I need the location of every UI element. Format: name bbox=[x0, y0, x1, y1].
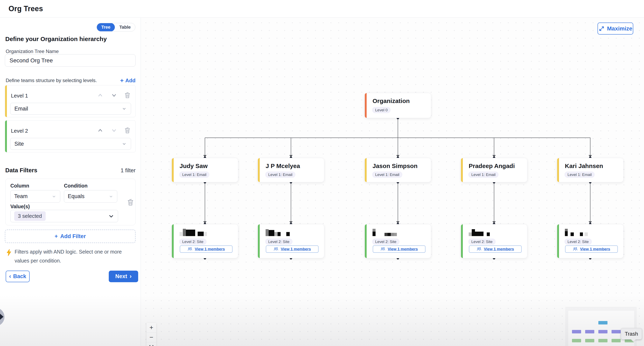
members-icon bbox=[573, 247, 578, 251]
move-up-icon[interactable] bbox=[96, 127, 104, 134]
column-label: Column bbox=[10, 183, 29, 189]
minimap-level2-node bbox=[598, 339, 608, 342]
plus-icon: + bbox=[120, 77, 124, 84]
zoom-out-button[interactable]: − bbox=[146, 332, 156, 342]
edge-drop bbox=[494, 138, 494, 155]
minimap[interactable] bbox=[566, 307, 636, 346]
chevron-down-icon bbox=[122, 106, 127, 111]
node-title: Organization bbox=[372, 98, 410, 104]
level2-node[interactable]: Level 2: Site View 1 members bbox=[364, 224, 431, 258]
lightning-icon bbox=[6, 249, 12, 256]
node-title: Kari Jahnsen bbox=[565, 162, 603, 169]
edge-mid bbox=[291, 182, 291, 221]
level1-node[interactable]: J P Mcelyea Level 1: Email bbox=[258, 158, 324, 182]
values-select[interactable]: 3 selected bbox=[10, 210, 118, 222]
node-title: Jason Simpson bbox=[372, 162, 418, 169]
org-root-node[interactable]: Organization Level 0 bbox=[364, 93, 431, 118]
trash-icon[interactable] bbox=[127, 198, 134, 206]
page-title: Org Trees bbox=[8, 5, 43, 13]
next-button[interactable]: Next › bbox=[109, 271, 138, 282]
toggle-table[interactable]: Table bbox=[115, 23, 135, 32]
add-level-button[interactable]: + Add bbox=[120, 77, 136, 84]
level2-node[interactable]: Level 2: Site View 1 members bbox=[258, 224, 324, 258]
zoom-in-button[interactable]: + bbox=[146, 323, 156, 332]
node-accent bbox=[365, 93, 367, 118]
values-label: Value(s) bbox=[10, 204, 30, 210]
level1-node[interactable]: Pradeep Angadi Level 1: Email bbox=[461, 158, 527, 182]
level-badge: Level 1: Email bbox=[179, 171, 210, 178]
trash-icon[interactable] bbox=[124, 127, 131, 134]
node-title: Pradeep Angadi bbox=[469, 162, 515, 169]
canvas-zoom-controls: + − bbox=[146, 323, 156, 346]
move-down-icon[interactable] bbox=[110, 127, 118, 134]
view-members-button[interactable]: View 1 members bbox=[469, 245, 522, 253]
filter-card: Column Condition Team Equals Value(s) 3 … bbox=[5, 179, 136, 225]
chevron-down-icon bbox=[52, 194, 56, 199]
add-filter-button[interactable]: + Add Filter bbox=[5, 230, 136, 243]
minimap-level1-node bbox=[572, 330, 581, 333]
minimap-root-node bbox=[598, 321, 608, 324]
view-members-button[interactable]: View 1 members bbox=[180, 245, 232, 253]
chevron-down-icon bbox=[108, 213, 114, 219]
condition-select[interactable]: Equals bbox=[64, 190, 117, 203]
minimap-level1-node bbox=[585, 330, 594, 333]
level-badge: Level 2: Site bbox=[372, 239, 400, 245]
level-2-select[interactable]: Site bbox=[10, 138, 131, 150]
org-tree-canvas[interactable]: Maximize Organization Level 0 bbox=[141, 18, 644, 346]
level1-node[interactable]: Jason Simpson Level 1: Email bbox=[364, 158, 431, 182]
top-bar: Org Trees bbox=[0, 0, 644, 18]
fit-view-icon bbox=[149, 344, 154, 346]
data-filters-title: Data Filters bbox=[5, 167, 37, 174]
level-2-label: Level 2 bbox=[11, 128, 28, 134]
level1-node[interactable]: Judy Saw Level 1: Email bbox=[172, 158, 238, 182]
level-badge: Level 0 bbox=[372, 107, 390, 113]
level-badge: Level 1: Email bbox=[372, 171, 402, 178]
node-accent bbox=[365, 224, 367, 258]
chevron-down-icon bbox=[122, 141, 127, 146]
tree-name-label: Organization Tree Name bbox=[6, 49, 59, 54]
members-icon bbox=[380, 247, 386, 251]
node-accent bbox=[172, 158, 174, 182]
condition-label: Condition bbox=[64, 183, 88, 189]
level-2-accent bbox=[5, 120, 7, 152]
toggle-tree[interactable]: Tree bbox=[97, 23, 115, 32]
filter-count: 1 filter bbox=[120, 167, 136, 174]
trash-icon[interactable] bbox=[124, 92, 131, 99]
column-select[interactable]: Team bbox=[10, 190, 60, 203]
edge-drop bbox=[398, 138, 398, 155]
fit-view-button[interactable] bbox=[146, 342, 156, 346]
minimap-level2-node bbox=[612, 339, 621, 342]
level-badge: Level 1: Email bbox=[265, 171, 296, 178]
play-icon bbox=[0, 314, 4, 320]
level2-node[interactable]: Level 2: Site View 1 members bbox=[557, 224, 624, 258]
selected-count-pill: 3 selected bbox=[14, 211, 46, 221]
node-accent bbox=[258, 224, 260, 258]
chevron-left-icon: ‹ bbox=[9, 273, 11, 279]
move-down-icon[interactable] bbox=[110, 91, 118, 99]
maximize-button[interactable]: Maximize bbox=[598, 23, 633, 35]
redacted-title bbox=[266, 228, 290, 236]
trash-tooltip: Trash bbox=[621, 328, 642, 339]
edge-mid bbox=[494, 182, 494, 221]
level-2-card: Level 2 Site bbox=[5, 120, 136, 152]
chevron-down-icon bbox=[108, 194, 114, 199]
node-title: J P Mcelyea bbox=[266, 162, 300, 169]
view-members-button[interactable]: View 1 members bbox=[565, 245, 618, 253]
level-1-select[interactable]: Email bbox=[10, 103, 131, 115]
level2-node[interactable]: Level 2: Site View 1 members bbox=[172, 224, 238, 258]
level-1-label: Level 1 bbox=[11, 93, 28, 99]
redacted-title bbox=[565, 228, 588, 236]
level2-node[interactable]: Level 2: Site View 1 members bbox=[461, 224, 527, 258]
edge-mid bbox=[398, 182, 398, 221]
back-button[interactable]: ‹ Back bbox=[6, 271, 30, 282]
members-icon bbox=[476, 247, 482, 251]
redacted-title bbox=[180, 228, 207, 236]
move-up-icon[interactable] bbox=[96, 91, 104, 99]
tree-name-input[interactable] bbox=[5, 54, 136, 67]
view-members-button[interactable]: View 1 members bbox=[373, 245, 426, 253]
minimap-level2-node bbox=[572, 339, 581, 342]
minimap-level1-node bbox=[598, 330, 608, 333]
view-members-button[interactable]: View 1 members bbox=[266, 245, 318, 253]
node-accent bbox=[461, 224, 463, 258]
level1-node[interactable]: Kari Jahnsen Level 1: Email bbox=[557, 158, 624, 182]
